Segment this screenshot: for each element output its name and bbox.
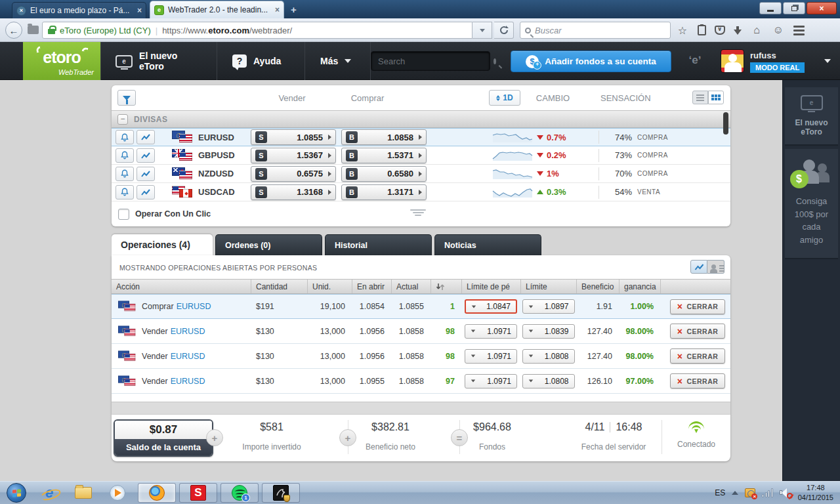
alert-button[interactable] (116, 167, 134, 181)
market-row-usdcad[interactable]: USDCAD S1.3168 B1.3171 0.3% 54% VENTA (112, 183, 730, 201)
instrument-symbol[interactable]: USDCAD (198, 187, 251, 197)
pocket-icon[interactable] (715, 26, 725, 35)
taskbar-firefox[interactable] (138, 483, 176, 503)
stop-loss-dropdown[interactable]: 1.0971 (465, 374, 517, 388)
chart-button[interactable] (136, 167, 155, 181)
site-identity[interactable]: eToro (Europe) Ltd (CY) (60, 26, 151, 35)
new-tab-button[interactable]: + (291, 4, 297, 15)
take-profit-dropdown[interactable]: 1.0808 (522, 349, 575, 364)
market-row-eurusd[interactable]: EURUSD S1.0855 B1.0858 0.7% 74% COMPRA (112, 128, 730, 146)
one-click-checkbox[interactable] (118, 209, 129, 220)
taskbar-spotify[interactable]: 1 (220, 483, 259, 503)
symbol-link[interactable]: EURUSD (171, 377, 205, 386)
chart-button[interactable] (136, 185, 155, 200)
nav-new-etoro[interactable]: e El nuevo eToro (100, 42, 217, 80)
taskbar-s-app[interactable]: S (179, 483, 217, 503)
folder-icon[interactable] (28, 26, 39, 34)
etoro-logo[interactable]: etoro WebTrader (23, 42, 100, 80)
col-cantidad[interactable]: Cantidad (251, 280, 307, 293)
buy-price-button[interactable]: B1.3171 (341, 184, 427, 200)
tab-close-icon[interactable]: × (275, 5, 280, 14)
home-icon[interactable]: ⌂ (750, 24, 763, 36)
chart-button[interactable] (136, 130, 155, 144)
tab-operaciones[interactable]: Operaciones (4) (112, 234, 213, 255)
col-beneficio[interactable]: Beneficio (576, 280, 619, 293)
back-button[interactable]: ← (5, 22, 22, 39)
referral-widget[interactable]: $ Consiga 100$ por cada amigo (785, 149, 838, 259)
col-actual[interactable]: Actual (391, 280, 430, 293)
close-trade-button[interactable]: ×CERRAR (670, 373, 725, 388)
take-profit-dropdown[interactable]: 1.0808 (522, 374, 575, 388)
sell-price-button[interactable]: S1.3168 (251, 184, 336, 200)
browser-tab-inactive[interactable]: × El euro a medio plazo - Pá... × (12, 2, 146, 18)
market-row-nzdusd[interactable]: NZDUSD S0.6575 B0.6580 1% 70% COMPRA (112, 165, 730, 183)
instrument-symbol[interactable]: NZDUSD (198, 169, 251, 178)
browser-tab-active[interactable]: e WebTrader 2.0 - the leadin... × (150, 1, 284, 18)
new-etoro-widget[interactable]: e El nuevo eToro (785, 87, 838, 146)
chat-icon[interactable]: ☺ (772, 24, 785, 36)
take-profit-dropdown[interactable]: 1.0839 (522, 324, 575, 339)
instrument-search-input[interactable] (378, 56, 494, 66)
col-limite[interactable]: Límite (520, 280, 576, 293)
browser-search-input[interactable] (535, 26, 665, 35)
close-trade-button[interactable]: ×CERRAR (670, 324, 725, 339)
clock[interactable]: 17:48 04/11/2015 (798, 483, 833, 503)
take-profit-dropdown[interactable]: 1.0897 (522, 299, 575, 314)
reload-button[interactable] (494, 22, 514, 39)
chart-view-button[interactable] (690, 260, 707, 274)
volume-muted-icon[interactable] (780, 488, 791, 498)
list-view-button[interactable] (692, 91, 708, 104)
nav-more[interactable]: Más (306, 42, 371, 80)
tab-ordenes[interactable]: Ordenes (0) (215, 234, 322, 255)
start-button[interactable] (7, 483, 26, 503)
browser-search[interactable] (520, 22, 671, 39)
network-disconnected-icon[interactable] (745, 488, 755, 497)
sell-price-button[interactable]: S1.5367 (251, 148, 336, 163)
grid-view-button[interactable] (708, 91, 724, 104)
close-button[interactable]: × (807, 2, 837, 14)
taskbar-explorer[interactable] (72, 487, 94, 499)
hidden-icons-arrow[interactable] (732, 491, 738, 495)
close-trade-button[interactable]: ×CERRAR (670, 348, 725, 364)
avatar[interactable] (721, 49, 744, 73)
col-unid[interactable]: Unid. (307, 280, 352, 293)
chart-button[interactable] (136, 148, 155, 163)
user-menu-caret[interactable] (824, 59, 831, 63)
symbol-link[interactable]: EURUSD (177, 302, 211, 311)
bookmarks-menu-icon[interactable] (698, 25, 706, 35)
taskbar-game[interactable] (262, 483, 300, 503)
nav-help[interactable]: ? Ayuda (218, 42, 305, 80)
col-ganancia[interactable]: ganancia (619, 280, 660, 293)
stop-loss-dropdown[interactable]: 1.0971 (465, 324, 517, 339)
collapse-button[interactable]: − (117, 114, 128, 125)
col-accion[interactable]: Acción (112, 280, 251, 293)
menu-icon[interactable] (793, 26, 805, 35)
bookmark-star-icon[interactable]: ☆ (676, 24, 689, 37)
sell-price-button[interactable]: S0.6575 (251, 166, 336, 182)
resize-handle[interactable] (410, 209, 426, 216)
period-selector[interactable]: 1D (489, 90, 520, 106)
symbol-link[interactable]: EURUSD (171, 352, 205, 361)
symbol-link[interactable]: EURUSD (171, 327, 205, 336)
url-bar[interactable]: eToro (Europe) Ltd (CY) | https://www.et… (42, 22, 472, 39)
minimize-button[interactable] (759, 2, 782, 14)
restore-button[interactable] (783, 2, 805, 14)
alert-button[interactable] (116, 148, 134, 163)
scrollbar-thumb[interactable] (723, 112, 728, 135)
buy-price-button[interactable]: B1.5371 (341, 148, 427, 163)
add-funds-button[interactable]: $ Añadir fondos a su cuenta (511, 51, 671, 72)
buy-price-button[interactable]: B1.0858 (341, 129, 427, 145)
close-trade-button[interactable]: ×CERRAR (670, 299, 725, 314)
stop-loss-dropdown[interactable]: 1.0847 (465, 299, 517, 314)
col-pips-sort[interactable] (430, 280, 461, 293)
tab-close-icon[interactable]: × (137, 6, 142, 15)
filter-button[interactable] (117, 90, 136, 106)
taskbar-ie[interactable]: e (38, 485, 60, 501)
signal-strength-icon[interactable] (762, 488, 773, 497)
col-limite-perdidas[interactable]: Límite de pé (461, 280, 520, 293)
tab-historial[interactable]: Historial (325, 234, 432, 255)
instrument-symbol[interactable]: GBPUSD (198, 150, 251, 160)
col-en-abrir[interactable]: En abrir (352, 280, 391, 293)
tab-noticias[interactable]: Noticias (434, 234, 541, 255)
balance-box[interactable]: $0.87 Saldo de la cuenta (114, 419, 213, 457)
